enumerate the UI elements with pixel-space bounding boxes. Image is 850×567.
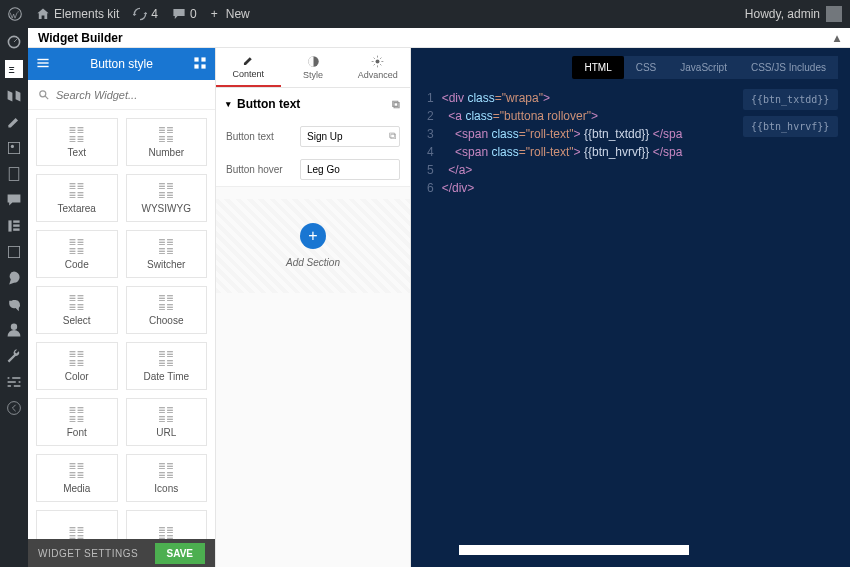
search-input[interactable] [56,89,205,101]
tile-label: Choose [149,315,183,326]
widgets-header-title: Button style [90,57,153,71]
svg-point-4 [11,145,14,148]
variable-pill[interactable]: {{btn_txtdd}} [743,89,838,110]
tile-icon: ≡≡≡≡ [158,406,174,423]
button-hover-input[interactable] [300,159,400,180]
button-text-input[interactable] [300,126,400,147]
media-icon[interactable] [6,140,22,156]
pages-icon[interactable] [6,166,22,182]
dynamic-icon[interactable]: ⧉ [389,130,396,142]
tile-label: Code [65,259,89,270]
chevron-down-icon: ▾ [226,99,231,109]
wrap-icon[interactable]: ⧉ [392,98,400,111]
wp-logo-icon[interactable] [8,7,22,21]
user-menu[interactable]: Howdy, admin [745,6,842,22]
tile-icon: ≡≡≡≡ [69,126,85,143]
widget-tile-text[interactable]: ≡≡≡≡Text [36,118,118,166]
widget-tile-select[interactable]: ≡≡≡≡Select [36,286,118,334]
dashboard-icon[interactable] [6,34,22,50]
tile-label: Date Time [143,371,189,382]
svg-rect-3 [8,142,19,153]
tab-advanced[interactable]: Advanced [345,48,410,87]
widget-tile[interactable]: ≡≡≡≡ [36,510,118,539]
widget-tile-wysiwyg[interactable]: ≡≡≡≡WYSIWYG [126,174,208,222]
tab-css[interactable]: CSS [624,56,669,79]
updates[interactable]: 4 [133,7,158,21]
builder-icon[interactable] [6,88,22,104]
tile-label: Icons [154,483,178,494]
search-icon [38,89,50,101]
widgets-panel: Button style ≡≡≡≡Text≡≡≡≡Number≡≡≡≡Texta… [28,48,216,567]
widget-tile-icons[interactable]: ≡≡≡≡Icons [126,454,208,502]
svg-rect-8 [13,224,19,226]
section-title: Button text [237,97,300,111]
svg-point-16 [16,380,19,383]
tab-js[interactable]: JavaScript [668,56,739,79]
widget-tile-number[interactable]: ≡≡≡≡Number [126,118,208,166]
widget-tile-switcher[interactable]: ≡≡≡≡Switcher [126,230,208,278]
svg-rect-19 [37,58,48,59]
tab-html[interactable]: HTML [572,56,623,79]
svg-text:Ξ: Ξ [8,64,14,75]
grid-icon[interactable] [193,56,207,73]
widget-tile-date-time[interactable]: ≡≡≡≡Date Time [126,342,208,390]
tile-icon: ≡≡≡≡ [69,350,85,367]
tile-icon: ≡≡≡≡ [69,238,85,255]
collapse-panel-icon[interactable]: ▴ [834,31,840,45]
elementor-icon[interactable] [6,218,22,234]
wp-admin-bar: Elements kit 4 0 +New Howdy, admin [0,0,850,28]
widget-settings-label[interactable]: WIDGET SETTINGS [38,548,138,559]
widget-tile-textarea[interactable]: ≡≡≡≡Textarea [36,174,118,222]
tab-style[interactable]: Style [281,48,346,87]
tab-content[interactable]: Content [216,48,281,87]
preview-panel: HTML CSS JavaScript CSS/JS Includes 1234… [411,48,850,567]
new-content[interactable]: +New [211,7,250,21]
svg-rect-7 [13,220,19,222]
tile-label: WYSIWYG [142,203,191,214]
widget-tile-font[interactable]: ≡≡≡≡Font [36,398,118,446]
comments-icon[interactable] [6,192,22,208]
save-button[interactable]: SAVE [155,543,206,564]
site-name[interactable]: Elements kit [36,7,119,21]
section-header[interactable]: ▾ Button text ⧉ [216,88,410,120]
widget-tile-color[interactable]: ≡≡≡≡Color [36,342,118,390]
settings-icon[interactable] [6,374,22,390]
variable-pill[interactable]: {{btn_hvrvf}} [743,116,838,137]
elements-kit-icon[interactable]: Ξ [5,60,23,78]
posts-icon[interactable] [6,114,22,130]
add-section-button[interactable]: + [300,223,326,249]
appearance-icon[interactable] [6,270,22,286]
collapse-icon[interactable] [6,400,22,416]
widget-tile-url[interactable]: ≡≡≡≡URL [126,398,208,446]
tools-icon[interactable] [6,348,22,364]
tile-icon: ≡≡≡≡ [69,294,85,311]
widget-tile-media[interactable]: ≡≡≡≡Media [36,454,118,502]
svg-rect-22 [194,57,198,61]
hamburger-icon[interactable] [36,56,50,73]
svg-rect-23 [201,57,205,61]
svg-rect-9 [13,228,19,230]
horizontal-scrollbar[interactable] [423,545,838,555]
users-icon[interactable] [6,322,22,338]
page-title: Widget Builder [38,31,123,45]
widget-tile-choose[interactable]: ≡≡≡≡Choose [126,286,208,334]
widget-tile-code[interactable]: ≡≡≡≡Code [36,230,118,278]
add-section-zone: + Add Section [216,199,410,293]
tile-label: Media [63,483,90,494]
widget-tile[interactable]: ≡≡≡≡ [126,510,208,539]
tile-label: URL [156,427,176,438]
tile-label: Color [65,371,89,382]
comments[interactable]: 0 [172,7,197,21]
plugins-icon[interactable] [6,296,22,312]
tile-icon: ≡≡≡≡ [158,238,174,255]
tile-label: Number [148,147,184,158]
tab-includes[interactable]: CSS/JS Includes [739,56,838,79]
tile-label: Font [67,427,87,438]
svg-rect-25 [201,64,205,68]
tile-icon: ≡≡≡≡ [69,462,85,479]
svg-rect-21 [37,65,48,66]
code-editor[interactable]: 123456 <div class="wrapa"> <a class="but… [423,85,735,545]
controls-panel: Content Style Advanced ▾ Button text ⧉ B… [216,48,411,567]
page-title-bar: Widget Builder ▴ [28,28,850,48]
templates-icon[interactable] [6,244,22,260]
